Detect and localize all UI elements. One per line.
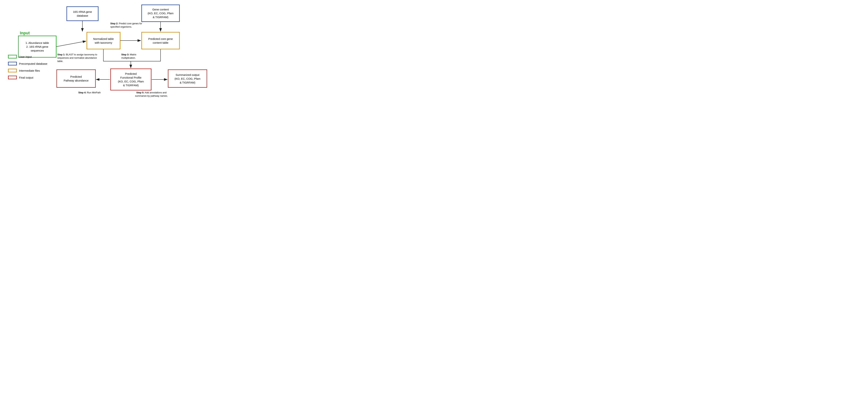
predicted-core-gene-box: Predicted core genecontent table — [142, 32, 180, 49]
legend-label-red: Final output — [19, 76, 33, 79]
predicted-core-gene-label: Predicted core genecontent table — [148, 37, 173, 44]
step2-label: Step 2: Predict core genes for specified… — [110, 22, 147, 29]
workflow-diagram: Input 1. Abundance table2. 16S rRNA gene… — [8, 4, 209, 100]
legend-label-orange: Intermediate files — [19, 69, 40, 72]
legend-item-red: Final output — [8, 76, 47, 79]
input-box-label: 1. Abundance table2. 16S rRNA gene seque… — [21, 41, 54, 53]
gene-content-db-label: Gene content(KO, EC, COG, Pfam& TIGRFAM) — [148, 7, 174, 19]
legend-swatch-green — [8, 55, 17, 58]
step5-label: Step 5: Add annotations and summarize by… — [132, 91, 170, 97]
normalized-table-label: Normalized tablewith taxonomy — [93, 37, 114, 44]
summarized-output-label: Summarized output(KO, EC, COG, Pfam& TIG… — [175, 73, 200, 84]
arrow-input-to-normalized — [57, 41, 86, 47]
predicted-pathway-box: PredictedPathway abundance — [57, 69, 96, 88]
normalized-table-box: Normalized tablewith taxonomy — [87, 32, 120, 49]
input-label: Input — [20, 31, 30, 35]
legend-swatch-red — [8, 76, 17, 79]
legend-label-green: User Input — [19, 55, 32, 58]
step4-label: Step 4: Run MinPath — [79, 91, 101, 94]
legend: User Input Precomputed database Intermed… — [8, 55, 47, 79]
legend-swatch-blue — [8, 62, 17, 65]
input-box: 1. Abundance table2. 16S rRNA gene seque… — [18, 36, 57, 58]
predicted-functional-box: PredictedFunctional Profile(KO, EC, COG,… — [110, 68, 151, 90]
legend-item-blue: Precomputed database — [8, 62, 47, 65]
legend-label-blue: Precomputed database — [19, 62, 47, 65]
step3-label: Step 3: Matrix multiplication. — [121, 53, 151, 60]
legend-item-green: User Input — [8, 55, 47, 58]
legend-swatch-orange — [8, 69, 17, 72]
predicted-functional-label: PredictedFunctional Profile(KO, EC, COG,… — [118, 72, 144, 87]
legend-item-orange: Intermediate files — [8, 69, 47, 72]
step1-label: Step 1: BLAST to assign taxonomy to sequ… — [57, 53, 99, 63]
gene-content-db-box: Gene content(KO, EC, COG, Pfam& TIGRFAM) — [142, 5, 180, 22]
rrna-db-label: 16S rRNA genedatabase — [73, 10, 92, 18]
predicted-pathway-label: PredictedPathway abundance — [64, 75, 89, 82]
summarized-output-box: Summarized output(KO, EC, COG, Pfam& TIG… — [168, 69, 207, 88]
rrna-db-box: 16S rRNA genedatabase — [66, 6, 98, 21]
